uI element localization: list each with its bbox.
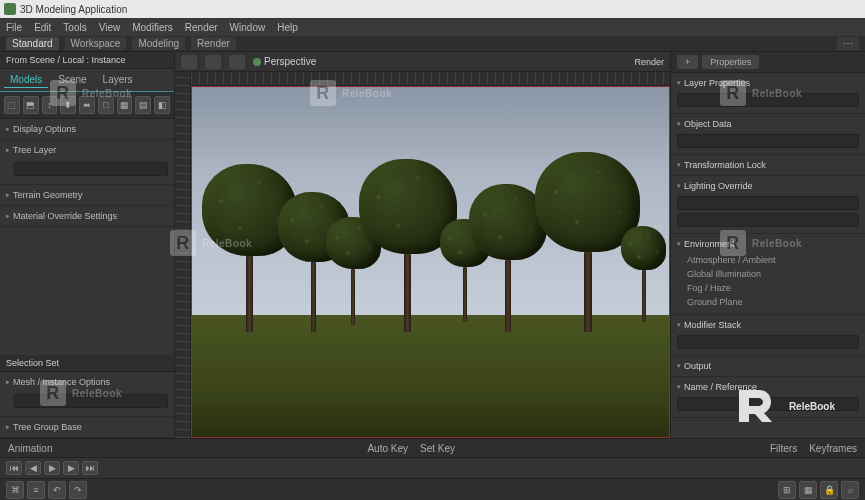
menu-help[interactable]: Help: [277, 22, 298, 33]
tree-field[interactable]: [14, 162, 168, 176]
tl-autokey[interactable]: Auto Key: [367, 443, 408, 454]
section-terrain: Terrain Geometry: [0, 185, 174, 206]
section-tree: Tree Layer: [0, 140, 174, 185]
r-env-hdr[interactable]: Environment: [677, 237, 859, 251]
r-layer-hdr[interactable]: Layer Properties: [677, 76, 859, 90]
tool-frame-icon[interactable]: □: [98, 96, 114, 114]
tool-scale-icon[interactable]: ⬍: [60, 96, 76, 114]
viewport-shade-icon[interactable]: [229, 55, 245, 69]
subtab-layers[interactable]: Layers: [97, 72, 139, 88]
play-next-icon[interactable]: ▶: [63, 461, 79, 475]
viewport-maximize-icon[interactable]: [181, 55, 197, 69]
status-snap-icon[interactable]: ⊞: [778, 481, 796, 499]
tab-render[interactable]: Render: [191, 37, 236, 50]
play-end-icon[interactable]: ⏭: [82, 461, 98, 475]
left-panel-header: From Scene / Local : Instance: [0, 52, 174, 69]
r-name-slot[interactable]: [677, 397, 859, 411]
tab-extra[interactable]: ⋯: [837, 37, 859, 50]
status-zoom-icon[interactable]: ⌕: [841, 481, 859, 499]
lower-item-1: Mesh / Instance Options: [0, 372, 174, 417]
viewport-split-icon[interactable]: [205, 55, 221, 69]
viewport[interactable]: [191, 72, 670, 438]
app-title: 3D Modeling Application: [20, 4, 127, 15]
center-area: Perspective Render: [175, 52, 670, 438]
r-lighting-slot[interactable]: [677, 196, 859, 210]
lower-item-2: Tree Group Base: [0, 417, 174, 438]
section-material-hdr[interactable]: Material Override Settings: [0, 208, 174, 224]
play-prev-icon[interactable]: ◀: [25, 461, 41, 475]
r-lighting-hdr[interactable]: Lighting Override: [677, 179, 859, 193]
r-transform-hdr[interactable]: Transformation Lock: [677, 158, 859, 172]
tool-snap-icon[interactable]: ▤: [135, 96, 151, 114]
tool-pan-icon[interactable]: ⬌: [79, 96, 95, 114]
play-start-icon[interactable]: ⏮: [6, 461, 22, 475]
r-name: Name / Reference: [671, 377, 865, 418]
left-panel: From Scene / Local : Instance Models Sce…: [0, 52, 175, 438]
viewport-label[interactable]: Perspective: [253, 56, 316, 67]
status-grid-icon[interactable]: ▦: [799, 481, 817, 499]
rtab-add[interactable]: +: [677, 55, 698, 69]
left-toolrow: ⬚ ⬒ ↕ ⬍ ⬌ □ ▦ ▤ ◧: [0, 92, 174, 119]
tool-align-icon[interactable]: ◧: [154, 96, 170, 114]
tl-setkey[interactable]: Set Key: [420, 443, 455, 454]
list-item[interactable]: Fog / Haze: [687, 281, 859, 295]
render-view[interactable]: [191, 86, 670, 438]
tl-animation-label: Animation: [8, 443, 52, 454]
menu-window[interactable]: Window: [230, 22, 266, 33]
r-modifier-hdr[interactable]: Modifier Stack: [677, 318, 859, 332]
tool-rotate-icon[interactable]: ↕: [42, 96, 58, 114]
ruler-vertical: [175, 72, 191, 438]
section-terrain-hdr[interactable]: Terrain Geometry: [0, 187, 174, 203]
tab-modeling[interactable]: Modeling: [132, 37, 185, 50]
section-display-hdr[interactable]: Display Options: [0, 121, 174, 137]
timeline: Animation Auto Key Set Key Filters Keyfr…: [0, 438, 865, 478]
viewport-mode[interactable]: Render: [634, 57, 664, 67]
r-objdata-hdr[interactable]: Object Data: [677, 117, 859, 131]
status-log-icon[interactable]: ≡: [27, 481, 45, 499]
menu-edit[interactable]: Edit: [34, 22, 51, 33]
list-item[interactable]: Global Illumination: [687, 267, 859, 281]
r-objdata-slot[interactable]: [677, 134, 859, 148]
tool-grid-icon[interactable]: ▦: [117, 96, 133, 114]
r-lighting-slot2[interactable]: [677, 213, 859, 227]
list-item[interactable]: Ground Plane: [687, 295, 859, 309]
lower-item-1-hdr[interactable]: Mesh / Instance Options: [0, 374, 174, 390]
status-redo-icon[interactable]: ↷: [69, 481, 87, 499]
app-icon: [4, 3, 16, 15]
tab-workspace[interactable]: Workspace: [65, 37, 127, 50]
menu-render[interactable]: Render: [185, 22, 218, 33]
subtab-scene[interactable]: Scene: [52, 72, 92, 88]
r-layer-slot[interactable]: [677, 93, 859, 107]
timeline-track[interactable]: ⏮ ◀ ▶ ▶ ⏭: [0, 457, 865, 478]
menu-tools[interactable]: Tools: [63, 22, 86, 33]
ruler-horizontal: [191, 72, 670, 86]
play-icon[interactable]: ▶: [44, 461, 60, 475]
section-display: Display Options: [0, 119, 174, 140]
tl-filters[interactable]: Filters: [770, 443, 797, 454]
status-undo-icon[interactable]: ↶: [48, 481, 66, 499]
record-dot-icon: [253, 58, 261, 66]
tl-keyframes[interactable]: Keyframes: [809, 443, 857, 454]
rtab-properties[interactable]: Properties: [702, 55, 759, 69]
subtab-models[interactable]: Models: [4, 72, 48, 88]
menu-modifiers[interactable]: Modifiers: [132, 22, 173, 33]
r-transform: Transformation Lock: [671, 155, 865, 176]
tab-standard[interactable]: Standard: [6, 37, 59, 50]
tool-select-icon[interactable]: ⬚: [4, 96, 20, 114]
r-name-hdr[interactable]: Name / Reference: [677, 380, 859, 394]
section-tree-hdr[interactable]: Tree Layer: [0, 142, 174, 158]
r-modifier-slot[interactable]: [677, 335, 859, 349]
status-script-icon[interactable]: ⌘: [6, 481, 24, 499]
menu-view[interactable]: View: [99, 22, 121, 33]
left-subtabs: Models Scene Layers: [0, 69, 174, 92]
titlebar: 3D Modeling Application: [0, 0, 865, 18]
statusbar: ⌘ ≡ ↶ ↷ ⊞ ▦ 🔒 ⌕: [0, 478, 865, 500]
list-item[interactable]: Atmosphere / Ambient: [687, 253, 859, 267]
status-lock-icon[interactable]: 🔒: [820, 481, 838, 499]
lower-item-2-hdr[interactable]: Tree Group Base: [0, 419, 174, 435]
menu-file[interactable]: File: [6, 22, 22, 33]
mesh-field[interactable]: [14, 394, 168, 408]
tool-move-icon[interactable]: ⬒: [23, 96, 39, 114]
r-output-hdr[interactable]: Output: [677, 359, 859, 373]
r-env: Environment Atmosphere / Ambient Global …: [671, 234, 865, 315]
